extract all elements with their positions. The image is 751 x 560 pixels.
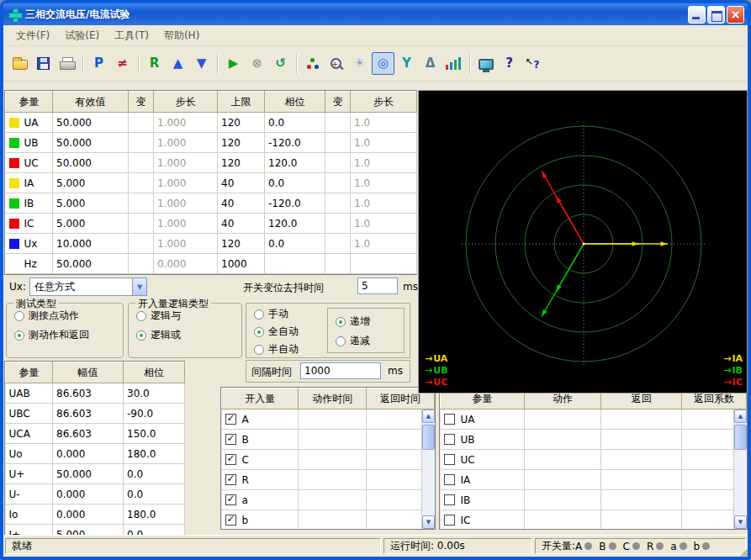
vector-view-button[interactable]: ◎	[372, 52, 394, 75]
table-row[interactable]: Hz 50.000 0.000 1000	[6, 254, 417, 274]
wye-connection-button[interactable]: Y	[395, 52, 418, 75]
cell-value[interactable]: 5.000	[53, 214, 129, 234]
table-row[interactable]: UA 50.000 1.000 120 0.0 1.0	[6, 113, 417, 133]
cell-limit[interactable]: 120	[218, 133, 265, 153]
cell-limit[interactable]: 120	[218, 153, 265, 173]
table-row[interactable]: A	[222, 409, 435, 430]
cell-phase[interactable]: 120.0	[265, 153, 325, 173]
stop-button[interactable]: ⊗	[246, 52, 268, 75]
cell-phase[interactable]: 120.0	[265, 214, 325, 234]
table-row[interactable]: IA 5.000 1.000 40 0.0 1.0	[6, 173, 417, 193]
interval-input[interactable]: 1000	[300, 362, 381, 379]
table-row[interactable]: B	[222, 430, 435, 450]
raise-button[interactable]: ▲	[167, 52, 189, 75]
harmonics-button[interactable]	[442, 52, 465, 75]
monitor-button[interactable]	[474, 52, 497, 75]
table-row[interactable]: UC	[441, 450, 747, 470]
checkbox[interactable]	[225, 474, 236, 485]
cell-limit[interactable]: 120	[218, 113, 265, 133]
checkbox[interactable]	[225, 414, 236, 425]
undo-button[interactable]: ↺	[269, 52, 292, 75]
checkbox[interactable]	[444, 494, 455, 505]
start-button[interactable]: ▶	[222, 52, 245, 75]
menu-tools[interactable]: 工具(T)	[107, 26, 156, 45]
scrollbar[interactable]: ▲ ▼	[421, 409, 435, 529]
checkbox[interactable]	[444, 474, 455, 485]
scroll-down-icon[interactable]: ▼	[422, 515, 435, 529]
print-button[interactable]	[56, 52, 78, 75]
close-button[interactable]: ×	[727, 6, 744, 24]
cell-phase[interactable]: -120.0	[265, 193, 325, 214]
cell-phase[interactable]: -120.0	[265, 133, 325, 153]
table-row[interactable]: IB	[441, 490, 747, 510]
radio-increase[interactable]: 递增	[336, 314, 404, 329]
table-row[interactable]: b	[222, 510, 435, 531]
scroll-up-icon[interactable]: ▲	[422, 409, 435, 423]
menu-test[interactable]: 试验(E)	[57, 26, 107, 45]
cell-value[interactable]: 10.000	[53, 234, 129, 254]
checkbox[interactable]	[225, 434, 236, 445]
save-button[interactable]	[32, 52, 55, 75]
checkbox[interactable]	[444, 434, 455, 445]
lower-button[interactable]: ▼	[190, 52, 213, 75]
power-output-button[interactable]: P	[87, 52, 110, 75]
table-row[interactable]: IC	[441, 510, 747, 531]
radio-test-action-return[interactable]: 测动作和返回	[14, 328, 123, 342]
open-button[interactable]	[8, 52, 31, 75]
table-row[interactable]: IB 5.000 1.000 40 -120.0 1.0	[6, 193, 417, 214]
table-row[interactable]: UC 50.000 1.000 120 120.0 1.0	[6, 153, 417, 173]
table-row[interactable]: Ux 10.000 1.000 120 0.0 1.0	[6, 234, 417, 254]
checkbox[interactable]	[444, 515, 455, 526]
maximize-button[interactable]	[707, 6, 725, 24]
help-button[interactable]: ?	[498, 52, 521, 75]
menu-file[interactable]: 文件(F)	[8, 26, 57, 45]
minimize-button[interactable]	[688, 6, 706, 24]
scroll-thumb[interactable]	[422, 425, 435, 450]
cell-value[interactable]: 5.000	[53, 173, 129, 193]
scrollbar[interactable]: ▲ ▼	[733, 409, 747, 529]
checkbox[interactable]	[225, 494, 236, 505]
chevron-down-icon[interactable]: ▼	[132, 278, 146, 295]
checkbox[interactable]	[444, 414, 455, 425]
scroll-up-icon[interactable]: ▲	[734, 409, 747, 423]
not-equal-button[interactable]: ≠	[111, 52, 134, 75]
checkbox[interactable]	[225, 515, 236, 526]
context-help-button[interactable]: ?	[521, 52, 544, 75]
menu-help[interactable]: 帮助(H)	[156, 26, 207, 45]
table-row[interactable]: UA	[441, 409, 747, 430]
table-row[interactable]: UB 50.000 1.000 120 -120.0 1.0	[6, 133, 417, 153]
table-row[interactable]: IA	[441, 470, 747, 490]
cell-phase[interactable]	[265, 254, 325, 274]
cell-value[interactable]: 50.000	[53, 153, 129, 173]
table-row[interactable]: C	[222, 450, 435, 470]
radio-decrease[interactable]: 递减	[336, 334, 404, 348]
cell-value[interactable]: 5.000	[53, 193, 129, 214]
scroll-down-icon[interactable]: ▼	[734, 515, 747, 529]
table-row[interactable]: R	[222, 470, 435, 490]
cell-value[interactable]: 50.000	[53, 113, 129, 133]
brightness-button[interactable]: ☀	[348, 52, 371, 75]
checkbox[interactable]	[444, 454, 455, 465]
ux-mode-select[interactable]: 任意方式 ▼	[29, 277, 147, 296]
delta-connection-button[interactable]: Δ	[419, 52, 442, 75]
cell-limit[interactable]: 40	[218, 173, 265, 193]
phasor-button[interactable]	[301, 52, 324, 75]
reset-button[interactable]: R	[143, 52, 166, 75]
table-row[interactable]: a	[222, 490, 435, 510]
debounce-input[interactable]: 5	[357, 277, 398, 294]
table-row[interactable]: UB	[441, 430, 747, 450]
cell-phase[interactable]: 0.0	[265, 113, 325, 133]
checkbox[interactable]	[225, 454, 236, 465]
resize-grip[interactable]: ◢	[740, 547, 748, 557]
cell-phase[interactable]: 0.0	[265, 234, 325, 254]
cell-phase[interactable]: 0.0	[265, 173, 325, 193]
radio-logic-or[interactable]: 逻辑或	[136, 328, 241, 342]
zoom-button[interactable]	[325, 52, 347, 75]
cell-value[interactable]: 50.000	[53, 133, 129, 153]
cell-limit[interactable]: 40	[218, 193, 265, 214]
cell-limit[interactable]: 1000	[218, 254, 265, 274]
cell-limit[interactable]: 120	[218, 234, 265, 254]
scroll-thumb[interactable]	[734, 425, 747, 450]
table-row[interactable]: IC 5.000 1.000 40 120.0 1.0	[6, 214, 417, 234]
cell-limit[interactable]: 40	[218, 214, 265, 234]
